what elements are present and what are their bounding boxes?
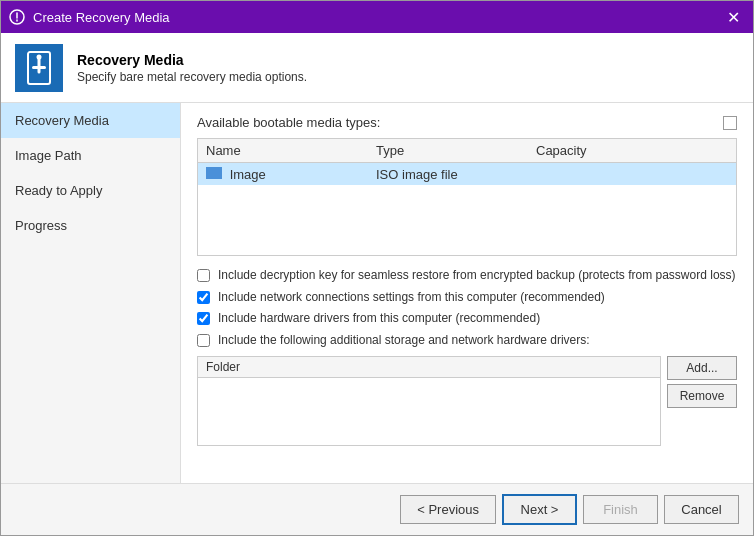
col-header-name: Name: [198, 139, 368, 162]
svg-point-2: [37, 54, 42, 59]
table-empty-area: [198, 185, 736, 255]
col-header-capacity: Capacity: [528, 139, 736, 162]
options-area: Include decryption key for seamless rest…: [197, 268, 737, 348]
image-icon: [206, 167, 222, 179]
checkbox-row-1: Include decryption key for seamless rest…: [197, 268, 737, 284]
checkbox-decryption-key[interactable]: [197, 269, 210, 282]
folder-col-header: Folder: [198, 357, 248, 377]
sidebar: Recovery Media Image Path Ready to Apply…: [1, 103, 181, 483]
row-type-cell: ISO image file: [368, 164, 528, 185]
header-text: Recovery Media Specify bare metal recove…: [77, 52, 307, 84]
table-header: Name Type Capacity: [198, 139, 736, 163]
window-title: Create Recovery Media: [33, 10, 721, 25]
checkbox-additional-drivers[interactable]: [197, 334, 210, 347]
section-title-area: Available bootable media types:: [197, 115, 737, 130]
checkbox-hardware-drivers[interactable]: [197, 312, 210, 325]
main-content: Available bootable media types: Name Typ…: [181, 103, 753, 483]
sidebar-item-progress[interactable]: Progress: [1, 208, 180, 243]
content-area: Recovery Media Image Path Ready to Apply…: [1, 103, 753, 483]
header-area: Recovery Media Specify bare metal recove…: [1, 33, 753, 103]
checkbox-decryption-label: Include decryption key for seamless rest…: [218, 268, 736, 284]
folder-table-area: Folder Add... Remove: [197, 356, 737, 446]
close-button[interactable]: ✕: [721, 5, 745, 29]
previous-button[interactable]: < Previous: [400, 495, 496, 524]
sidebar-item-image-path[interactable]: Image Path: [1, 138, 180, 173]
cancel-button[interactable]: Cancel: [664, 495, 739, 524]
checkbox-row-4: Include the following additional storage…: [197, 333, 737, 349]
sidebar-item-recovery-media[interactable]: Recovery Media: [1, 103, 180, 138]
sidebar-item-ready-to-apply[interactable]: Ready to Apply: [1, 173, 180, 208]
window-icon: [9, 9, 25, 25]
expand-icon[interactable]: [723, 116, 737, 130]
header-icon: [15, 44, 63, 92]
checkbox-hardware-label: Include hardware drivers from this compu…: [218, 311, 540, 327]
media-table: Name Type Capacity Image ISO image file: [197, 138, 737, 256]
svg-rect-3: [32, 66, 46, 69]
remove-button[interactable]: Remove: [667, 384, 737, 408]
folder-table: Folder: [197, 356, 661, 446]
header-subtitle: Specify bare metal recovery media option…: [77, 70, 307, 84]
main-window: Create Recovery Media ✕ Recovery Media S…: [0, 0, 754, 536]
checkbox-row-2: Include network connections settings fro…: [197, 290, 737, 306]
section-title-label: Available bootable media types:: [197, 115, 380, 130]
folder-table-header: Folder: [198, 357, 660, 378]
next-button[interactable]: Next >: [502, 494, 577, 525]
checkbox-network-label: Include network connections settings fro…: [218, 290, 605, 306]
footer: < Previous Next > Finish Cancel: [1, 483, 753, 535]
finish-button[interactable]: Finish: [583, 495, 658, 524]
col-header-type: Type: [368, 139, 528, 162]
table-row[interactable]: Image ISO image file: [198, 163, 736, 185]
checkbox-additional-label: Include the following additional storage…: [218, 333, 590, 349]
checkbox-network-connections[interactable]: [197, 291, 210, 304]
row-capacity-cell: [528, 171, 736, 177]
titlebar: Create Recovery Media ✕: [1, 1, 753, 33]
header-title: Recovery Media: [77, 52, 307, 68]
folder-buttons: Add... Remove: [667, 356, 737, 408]
add-button[interactable]: Add...: [667, 356, 737, 380]
checkbox-row-3: Include hardware drivers from this compu…: [197, 311, 737, 327]
row-name-cell: Image: [198, 164, 368, 185]
